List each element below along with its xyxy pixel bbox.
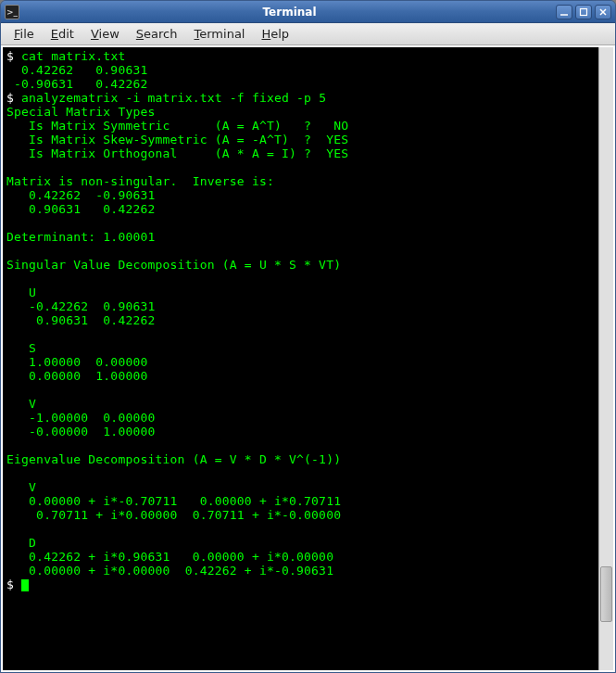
menubar: File Edit View Search Terminal Help — [1, 23, 615, 45]
close-icon — [598, 7, 608, 17]
terminal-window: >_ Terminal File Edit View Search Termin… — [0, 0, 616, 673]
titlebar[interactable]: >_ Terminal — [1, 1, 615, 23]
minimize-icon — [559, 7, 569, 17]
maximize-icon — [579, 7, 588, 17]
menu-help[interactable]: Help — [254, 25, 296, 43]
app-icon: >_ — [5, 5, 19, 19]
cursor — [21, 579, 29, 591]
terminal-area: $ cat matrix.txt 0.42262 0.90631 -0.9063… — [1, 45, 615, 672]
menu-file[interactable]: File — [6, 25, 42, 43]
close-button[interactable] — [595, 5, 611, 19]
window-controls — [556, 5, 611, 19]
scrollbar-thumb[interactable] — [600, 566, 612, 622]
svg-rect-1 — [581, 8, 587, 15]
maximize-button[interactable] — [575, 5, 592, 19]
menu-terminal[interactable]: Terminal — [187, 25, 253, 43]
window-title: Terminal — [23, 6, 556, 19]
terminal-output[interactable]: $ cat matrix.txt 0.42262 0.90631 -0.9063… — [3, 47, 598, 670]
menu-search[interactable]: Search — [129, 25, 185, 43]
minimize-button[interactable] — [556, 5, 572, 19]
menu-edit[interactable]: Edit — [44, 25, 82, 43]
menu-view[interactable]: View — [83, 25, 127, 43]
scrollbar[interactable] — [598, 47, 613, 670]
